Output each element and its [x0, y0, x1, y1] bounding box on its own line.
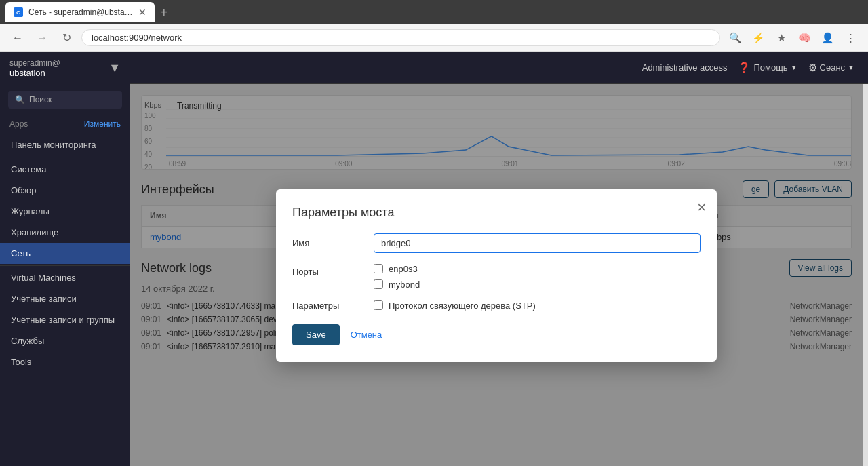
session-label: Сеанс [820, 62, 846, 73]
modal-name-input[interactable] [374, 233, 701, 253]
services-label: Службы [11, 336, 44, 346]
sidebar-toggle-icon[interactable]: ▼ [108, 61, 121, 75]
apps-section-header: Apps Изменить [0, 117, 130, 132]
modal-options-content: Протокол связующего дерева (STP) [374, 300, 701, 311]
new-tab-button[interactable]: + [160, 5, 168, 19]
vms-label: Virtual Machines [11, 273, 76, 283]
extensions-icon[interactable]: 🧠 [795, 28, 814, 47]
help-icon: ❓ [738, 62, 751, 74]
logs-label: Журналы [11, 206, 50, 216]
port-enp0s3-checkbox[interactable] [374, 264, 383, 273]
gear-icon: ⚙ [808, 62, 817, 74]
modal: Параметры моста × Имя Порты [276, 189, 717, 362]
search-label: Поиск [29, 95, 52, 104]
modal-title: Параметры моста [292, 206, 701, 220]
reload-button[interactable]: ↻ [57, 28, 76, 47]
network-label: Сеть [11, 248, 31, 258]
sidebar-item-accounts-groups[interactable]: Учётные записи и группы [0, 309, 130, 330]
modal-port-enp0s3: enp0s3 [374, 264, 701, 274]
address-text: localhost:9090/network [92, 33, 182, 43]
menu-icon[interactable]: ⋮ [841, 28, 860, 47]
sidebar-item-logs[interactable]: Журналы [0, 201, 130, 222]
stp-checkbox[interactable] [374, 300, 383, 310]
hostname: ubstation [9, 68, 60, 78]
help-label: Помощь [753, 62, 787, 73]
port-mybond-checkbox[interactable] [374, 279, 383, 289]
star-icon[interactable]: ★ [772, 28, 791, 47]
address-bar[interactable]: localhost:9090/network [81, 29, 720, 46]
browser-controls: ← → ↻ localhost:9090/network 🔍 ⚡ ★ 🧠 👤 ⋮ [0, 24, 868, 52]
sidebar-item-overview[interactable]: Обзор [0, 180, 130, 201]
app-layout: superadmin@ ubstation ▼ 🔍 Поиск Apps Изм… [0, 52, 868, 466]
search-icon[interactable]: 🔍 [726, 28, 745, 47]
modal-name-row: Имя [292, 233, 701, 253]
modal-options-label: Параметры [292, 300, 374, 311]
search-box[interactable]: 🔍 Поиск [8, 91, 122, 109]
topbar: Administrative access ❓ Помощь ▼ ⚙ Сеанс… [130, 52, 868, 84]
sidebar-header: superadmin@ ubstation ▼ [0, 52, 130, 85]
change-link[interactable]: Изменить [84, 119, 121, 129]
port-mybond-label: mybond [389, 279, 420, 290]
storage-label: Хранилище [11, 227, 58, 237]
browser-tab[interactable]: C Сеть - superadmin@ubstation ✕ [5, 2, 155, 22]
modal-port-mybond: mybond [374, 279, 701, 290]
modal-overlay: Параметры моста × Имя Порты [130, 84, 863, 466]
modal-ports-row: Порты enp0s3 mybond [292, 264, 701, 290]
accounts-label: Учётные записи [11, 294, 77, 304]
lightning-icon[interactable]: ⚡ [749, 28, 768, 47]
overview-label: Обзор [11, 185, 37, 195]
modal-actions: Save Отмена [292, 324, 701, 345]
modal-options-row: Параметры Протокол связующего дерева (ST… [292, 300, 701, 311]
tab-title: Сеть - superadmin@ubstation [28, 7, 133, 17]
back-button[interactable]: ← [8, 28, 27, 47]
help-chevron-icon: ▼ [791, 64, 797, 71]
search-icon-sidebar: 🔍 [15, 95, 25, 104]
profile-icon[interactable]: 👤 [818, 28, 837, 47]
tools-label: Tools [11, 357, 31, 367]
help-button[interactable]: ❓ Помощь ▼ [738, 62, 797, 74]
sidebar-item-system[interactable]: Система [0, 159, 130, 180]
modal-ports-list: enp0s3 mybond [374, 264, 701, 290]
username: superadmin@ [9, 58, 60, 68]
forward-button[interactable]: → [33, 28, 52, 47]
modal-close-button[interactable]: × [697, 200, 706, 215]
sidebar-divider-2 [0, 265, 130, 266]
sidebar-item-vms[interactable]: Virtual Machines [0, 267, 130, 288]
sidebar-item-accounts[interactable]: Учётные записи [0, 288, 130, 309]
session-chevron-icon: ▼ [848, 64, 854, 71]
sidebar-nav: Панель мониторинга Система Обзор Журналы… [0, 134, 130, 372]
accounts-groups-label: Учётные записи и группы [11, 315, 115, 325]
right-side: Administrative access ❓ Помощь ▼ ⚙ Сеанс… [130, 52, 868, 466]
sidebar-item-tools[interactable]: Tools [0, 351, 130, 372]
apps-section: Apps Изменить [0, 114, 130, 134]
tab-close-icon[interactable]: ✕ [138, 7, 146, 18]
main-content-wrapper: Kbps Transmitting 100 80 60 40 20 0 [130, 84, 868, 466]
stp-label: Протокол связующего дерева (STP) [389, 300, 536, 311]
sidebar-item-services[interactable]: Службы [0, 330, 130, 351]
sidebar-item-dashboard[interactable]: Панель мониторинга [0, 134, 130, 155]
sidebar-divider-1 [0, 157, 130, 157]
port-enp0s3-label: enp0s3 [389, 264, 418, 274]
session-button[interactable]: ⚙ Сеанс ▼ [808, 62, 854, 74]
admin-access-label: Administrative access [642, 62, 728, 73]
browser-chrome: C Сеть - superadmin@ubstation ✕ + [0, 0, 868, 24]
cancel-button[interactable]: Отмена [351, 330, 382, 340]
modal-name-label: Имя [292, 238, 374, 248]
sidebar-item-storage[interactable]: Хранилище [0, 222, 130, 243]
sidebar-item-network[interactable]: Сеть [0, 243, 130, 264]
dashboard-label: Панель мониторинга [11, 140, 96, 150]
apps-label: Apps [9, 119, 28, 129]
save-button[interactable]: Save [292, 324, 340, 345]
user-info: superadmin@ ubstation [9, 58, 60, 78]
scrollbar[interactable] [863, 84, 868, 466]
sidebar-search: 🔍 Поиск [0, 85, 130, 114]
tab-favicon: C [14, 7, 23, 17]
browser-toolbar-icons: 🔍 ⚡ ★ 🧠 👤 ⋮ [726, 28, 860, 47]
system-label: Система [11, 164, 46, 174]
main-content: Kbps Transmitting 100 80 60 40 20 0 [130, 84, 863, 466]
sidebar: superadmin@ ubstation ▼ 🔍 Поиск Apps Изм… [0, 52, 130, 466]
modal-ports-label: Порты [292, 264, 374, 277]
